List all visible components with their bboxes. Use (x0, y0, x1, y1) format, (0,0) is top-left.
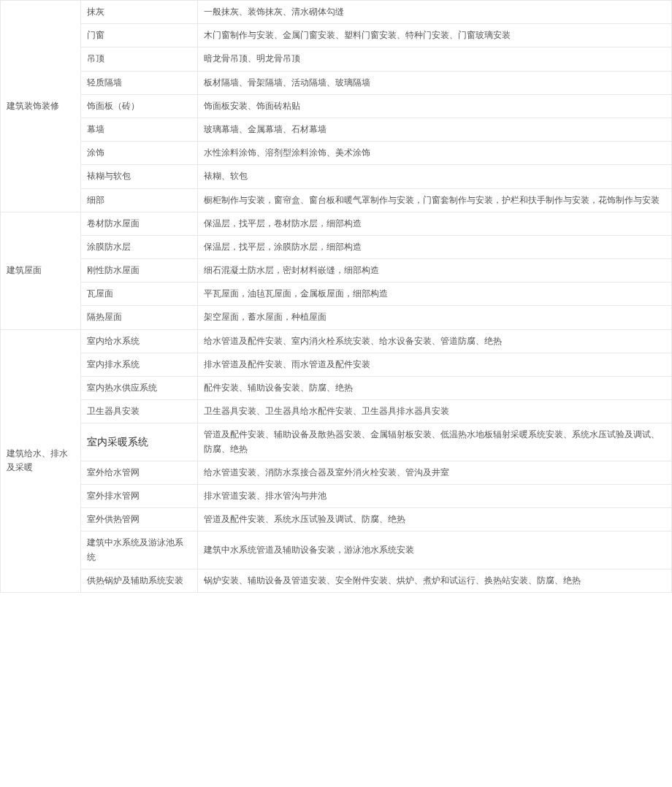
table-row: 室内热水供应系统配件安装、辅助设备安装、防腐、绝热 (1, 377, 672, 400)
construction-classification-table: 建筑装饰装修抹灰一般抹灰、装饰抹灰、清水砌体勾缝门窗木门窗制作与安装、金属门窗安… (0, 0, 672, 593)
table-row: 涂饰水性涂料涂饰、溶剂型涂料涂饰、美术涂饰 (1, 142, 672, 165)
detail-cell: 管道及配件安装、辅助设备及散热器安装、金属辐射板安装、低温热水地板辐射采暖系统安… (198, 423, 672, 461)
subcategory-cell: 室外排水管网 (81, 484, 198, 507)
subcategory-cell: 刚性防水屋面 (81, 259, 198, 283)
detail-cell: 锅炉安装、辅助设备及管道安装、安全附件安装、烘炉、煮炉和试运行、换热站安装、防腐… (198, 569, 672, 592)
table-row: 室内采暖系统管道及配件安装、辅助设备及散热器安装、金属辐射板安装、低温热水地板辐… (1, 423, 672, 461)
subcategory-cell: 抹灰 (81, 1, 198, 24)
category-cell: 建筑给水、排水及采暖 (1, 329, 81, 592)
subcategory-cell: 卷材防水屋面 (81, 212, 198, 235)
subcategory-cell: 室内给水系统 (81, 329, 198, 353)
detail-cell: 管道及配件安装、系统水压试验及调试、防腐、绝热 (198, 508, 672, 531)
detail-cell: 给水管道及配件安装、室内消火栓系统安装、给水设备安装、管道防腐、绝热 (198, 329, 672, 353)
detail-cell: 玻璃幕墙、金属幕墙、石材幕墙 (198, 118, 672, 141)
table-row: 饰面板（砖）饰面板安装、饰面砖粘贴 (1, 94, 672, 118)
subcategory-cell: 室内采暖系统 (81, 423, 198, 461)
detail-cell: 一般抹灰、装饰抹灰、清水砌体勾缝 (198, 1, 672, 24)
detail-cell: 暗龙骨吊顶、明龙骨吊顶 (198, 47, 672, 71)
subcategory-cell: 隔热屋面 (81, 306, 198, 329)
subcategory-cell: 门窗 (81, 24, 198, 47)
table-row: 裱糊与软包裱糊、软包 (1, 165, 672, 188)
detail-cell: 给水管道安装、消防水泵接合器及室外消火栓安装、管沟及井室 (198, 461, 672, 484)
detail-cell: 保温层，找平层，涂膜防水层，细部构造 (198, 235, 672, 258)
detail-cell: 保温层，找平层，卷材防水层，细部构造 (198, 212, 672, 235)
detail-cell: 饰面板安装、饰面砖粘贴 (198, 94, 672, 118)
detail-cell: 板材隔墙、骨架隔墙、活动隔墙、玻璃隔墙 (198, 71, 672, 94)
detail-cell: 平瓦屋面，油毡瓦屋面，金属板屋面，细部构造 (198, 283, 672, 306)
subcategory-cell: 涂膜防水层 (81, 235, 198, 258)
table-row: 吊顶暗龙骨吊顶、明龙骨吊顶 (1, 47, 672, 71)
subcategory-cell: 室内排水系统 (81, 353, 198, 376)
subcategory-cell: 室外供热管网 (81, 508, 198, 531)
category-cell: 建筑屋面 (1, 212, 81, 329)
table-row: 室外给水管网给水管道安装、消防水泵接合器及室外消火栓安装、管沟及井室 (1, 461, 672, 484)
table-row: 室内排水系统排水管道及配件安装、雨水管道及配件安装 (1, 353, 672, 376)
subcategory-cell: 轻质隔墙 (81, 71, 198, 94)
detail-cell: 排水管道及配件安装、雨水管道及配件安装 (198, 353, 672, 376)
detail-cell: 建筑中水系统管道及辅助设备安装，游泳池水系统安装 (198, 531, 672, 569)
category-cell: 建筑装饰装修 (1, 1, 81, 212)
detail-cell: 架空屋面，蓄水屋面，种植屋面 (198, 306, 672, 329)
detail-cell: 排水管道安装、排水管沟与井池 (198, 484, 672, 507)
subcategory-cell: 供热锅炉及辅助系统安装 (81, 569, 198, 592)
table-row: 室外供热管网管道及配件安装、系统水压试验及调试、防腐、绝热 (1, 508, 672, 531)
subcategory-cell: 细部 (81, 188, 198, 212)
table-row: 瓦屋面平瓦屋面，油毡瓦屋面，金属板屋面，细部构造 (1, 283, 672, 306)
table-row: 建筑装饰装修抹灰一般抹灰、装饰抹灰、清水砌体勾缝 (1, 1, 672, 24)
detail-cell: 卫生器具安装、卫生器具给水配件安装、卫生器具排水器具安装 (198, 400, 672, 423)
table-row: 细部橱柜制作与安装，窗帘盒、窗台板和暖气罩制作与安装，门窗套制作与安装，护栏和扶… (1, 188, 672, 212)
detail-cell: 橱柜制作与安装，窗帘盒、窗台板和暖气罩制作与安装，门窗套制作与安装，护栏和扶手制… (198, 188, 672, 212)
table-row: 涂膜防水层保温层，找平层，涂膜防水层，细部构造 (1, 235, 672, 258)
subcategory-cell: 瓦屋面 (81, 283, 198, 306)
table-row: 卫生器具安装卫生器具安装、卫生器具给水配件安装、卫生器具排水器具安装 (1, 400, 672, 423)
subcategory-cell: 室内热水供应系统 (81, 377, 198, 400)
subcategory-cell: 饰面板（砖） (81, 94, 198, 118)
table-row: 轻质隔墙板材隔墙、骨架隔墙、活动隔墙、玻璃隔墙 (1, 71, 672, 94)
detail-cell: 配件安装、辅助设备安装、防腐、绝热 (198, 377, 672, 400)
table-row: 刚性防水屋面细石混凝土防水层，密封材料嵌缝，细部构造 (1, 259, 672, 283)
subcategory-cell: 建筑中水系统及游泳池系统 (81, 531, 198, 569)
detail-cell: 裱糊、软包 (198, 165, 672, 188)
table-row: 门窗木门窗制作与安装、金属门窗安装、塑料门窗安装、特种门安装、门窗玻璃安装 (1, 24, 672, 47)
detail-cell: 木门窗制作与安装、金属门窗安装、塑料门窗安装、特种门安装、门窗玻璃安装 (198, 24, 672, 47)
detail-cell: 水性涂料涂饰、溶剂型涂料涂饰、美术涂饰 (198, 142, 672, 165)
table-row: 幕墙玻璃幕墙、金属幕墙、石材幕墙 (1, 118, 672, 141)
table-row: 隔热屋面架空屋面，蓄水屋面，种植屋面 (1, 306, 672, 329)
table-row: 建筑中水系统及游泳池系统建筑中水系统管道及辅助设备安装，游泳池水系统安装 (1, 531, 672, 569)
subcategory-cell: 幕墙 (81, 118, 198, 141)
detail-cell: 细石混凝土防水层，密封材料嵌缝，细部构造 (198, 259, 672, 283)
subcategory-cell: 涂饰 (81, 142, 198, 165)
subcategory-cell: 室外给水管网 (81, 461, 198, 484)
table-row: 建筑给水、排水及采暖室内给水系统给水管道及配件安装、室内消火栓系统安装、给水设备… (1, 329, 672, 353)
subcategory-cell: 卫生器具安装 (81, 400, 198, 423)
table-row: 建筑屋面卷材防水屋面保温层，找平层，卷材防水层，细部构造 (1, 212, 672, 235)
table-row: 供热锅炉及辅助系统安装锅炉安装、辅助设备及管道安装、安全附件安装、烘炉、煮炉和试… (1, 569, 672, 592)
subcategory-cell: 吊顶 (81, 47, 198, 71)
subcategory-cell: 裱糊与软包 (81, 165, 198, 188)
table-row: 室外排水管网排水管道安装、排水管沟与井池 (1, 484, 672, 507)
